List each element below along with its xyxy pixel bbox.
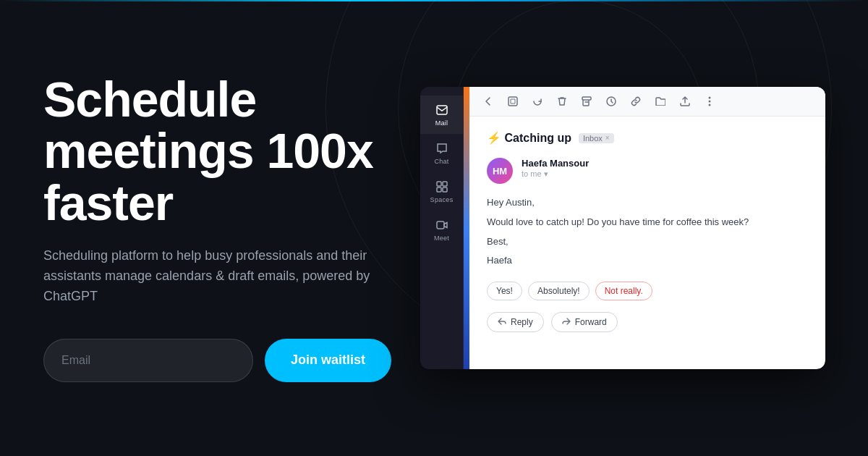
delete-icon[interactable]	[555, 94, 569, 109]
meet-icon	[435, 218, 449, 232]
email-input[interactable]	[43, 339, 253, 382]
gradient-bar	[464, 87, 469, 369]
back-icon[interactable]	[481, 94, 495, 109]
forward-icon	[562, 317, 571, 327]
sidebar: Mail Chat	[420, 87, 464, 369]
email-content-area: ⚡ Catching up Inbox × HM Haefa Mansour	[469, 87, 825, 369]
subheadline: Scheduling platform to help busy profess…	[43, 246, 383, 307]
forward-button[interactable]: Forward	[551, 312, 618, 332]
action-row: Reply Forward	[487, 312, 808, 332]
svg-rect-1	[437, 182, 441, 186]
email-body: Hey Austin, Would love to catch up! Do y…	[487, 195, 808, 269]
reply-icon	[498, 317, 506, 327]
svg-point-10	[709, 101, 711, 103]
headline: Schedulemeetings 100xfaster	[43, 74, 391, 229]
svg-rect-2	[443, 182, 447, 186]
inbox-badge: Inbox ×	[579, 133, 614, 143]
clock-icon[interactable]	[604, 94, 618, 109]
svg-rect-5	[437, 221, 444, 229]
sender-to[interactable]: to me ▾	[522, 169, 808, 179]
right-side: Mail Chat	[420, 87, 825, 369]
email-app-mockup: Mail Chat	[420, 87, 825, 369]
cta-row: Join waitlist	[43, 339, 391, 382]
sidebar-item-meet[interactable]: Meet	[420, 211, 463, 249]
svg-rect-7	[582, 97, 591, 100]
main-container: Schedulemeetings 100xfaster Scheduling p…	[0, 0, 868, 456]
sender-name: Haefa Mansour	[522, 158, 808, 169]
link-icon[interactable]	[629, 94, 643, 109]
sidebar-meet-label: Meet	[434, 235, 449, 242]
sidebar-item-chat[interactable]: Chat	[420, 134, 463, 172]
sidebar-chat-label: Chat	[434, 158, 448, 165]
quick-reply-row: Yes! Absolutely! Not really.	[487, 282, 808, 300]
email-app-inner: Mail Chat	[420, 87, 825, 369]
email-toolbar	[469, 87, 825, 117]
svg-rect-3	[437, 187, 441, 192]
quick-reply-absolutely[interactable]: Absolutely!	[528, 282, 590, 300]
refresh-icon[interactable]	[530, 94, 545, 109]
sender-info: Haefa Mansour to me ▾	[522, 158, 808, 179]
avatar: HM	[487, 158, 513, 184]
mail-icon	[435, 103, 449, 117]
svg-rect-6	[509, 97, 517, 106]
expand-icon[interactable]	[506, 94, 520, 109]
join-waitlist-button[interactable]: Join waitlist	[265, 339, 391, 382]
chat-icon	[435, 141, 449, 156]
svg-point-9	[709, 97, 711, 99]
email-view: ⚡ Catching up Inbox × HM Haefa Mansour	[469, 117, 825, 369]
email-subject-row: ⚡ Catching up Inbox ×	[487, 131, 808, 145]
reply-button[interactable]: Reply	[487, 312, 544, 332]
sidebar-item-mail[interactable]: Mail	[420, 96, 463, 134]
sidebar-item-spaces[interactable]: Spaces	[420, 172, 463, 211]
left-side: Schedulemeetings 100xfaster Scheduling p…	[43, 74, 420, 382]
spaces-icon	[435, 180, 449, 194]
quick-reply-yes[interactable]: Yes!	[487, 282, 522, 300]
inbox-badge-close[interactable]: ×	[605, 134, 610, 142]
sidebar-mail-label: Mail	[435, 119, 448, 127]
more-icon[interactable]	[702, 94, 717, 109]
svg-rect-4	[443, 187, 447, 192]
email-subject: ⚡ Catching up	[487, 131, 571, 145]
folder-icon[interactable]	[653, 94, 668, 109]
svg-rect-0	[437, 106, 447, 114]
export-icon[interactable]	[678, 94, 692, 109]
archive-icon[interactable]	[579, 94, 594, 109]
quick-reply-not-really[interactable]: Not really.	[595, 282, 652, 300]
sidebar-spaces-label: Spaces	[430, 196, 454, 203]
sender-row: HM Haefa Mansour to me ▾	[487, 158, 808, 184]
svg-point-11	[709, 104, 711, 106]
